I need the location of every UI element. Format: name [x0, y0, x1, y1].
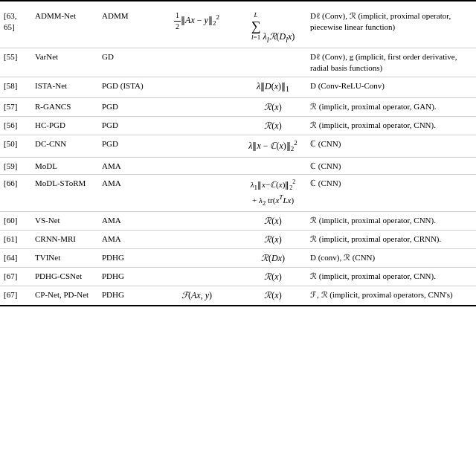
- cell-algo: PDHG: [98, 268, 154, 286]
- cell-f: [154, 249, 239, 268]
- cell-algo: PDHG: [98, 249, 154, 268]
- cell-ref: [50]: [0, 135, 31, 157]
- cell-ref: [58]: [0, 77, 31, 97]
- cell-f: [154, 77, 239, 97]
- cell-f: [154, 116, 239, 135]
- cell-learned: ℛ (implicit, proximal operator, GAN).: [306, 97, 476, 116]
- header-g: [239, 1, 306, 7]
- cell-name: PDHG-CSNet: [31, 268, 98, 286]
- cell-g: ℛ(x): [239, 230, 306, 248]
- cell-learned: D (conv), ℛ (CNN): [306, 249, 476, 268]
- cell-g: ℛ(x): [239, 286, 306, 306]
- cell-g: ℛ(Dx): [239, 249, 306, 268]
- table-row: [56]HC-PGDPGDℛ(x)ℛ (implicit, proximal o…: [0, 116, 476, 135]
- cell-name: VarNet: [31, 48, 98, 77]
- table-row: [50]DC-CNNPGDλ‖x − ℂ(x)‖22ℂ (CNN): [0, 135, 476, 157]
- cell-g: λ1‖x−ℂ(x)‖22 + λ2 tr(xTLx): [239, 175, 306, 211]
- cell-algo: AMA: [98, 175, 154, 211]
- cell-algo: PGD (ISTA): [98, 77, 154, 97]
- cell-ref: [57]: [0, 97, 31, 116]
- cell-name: HC-PGD: [31, 116, 98, 135]
- cell-g: ℛ(x): [239, 211, 306, 230]
- cell-algo: ADMM: [98, 7, 154, 48]
- header-name: [31, 1, 98, 7]
- cell-f: [154, 48, 239, 77]
- cell-name: TVINet: [31, 249, 98, 268]
- cell-g: λ‖D(x)‖1: [239, 77, 306, 97]
- cell-learned: ℛ (implicit, proximal operator, CNN).: [306, 116, 476, 135]
- cell-f: [154, 175, 239, 211]
- cell-learned: ℛ (implicit, proximal operator, CNN).: [306, 268, 476, 286]
- cell-learned: Dℓ (Conv), ℛ (implicit, proximal operato…: [306, 7, 476, 48]
- cell-ref: [67]: [0, 286, 31, 306]
- header-algorithm: [98, 1, 154, 7]
- header-f: [154, 1, 239, 7]
- cell-name: DC-CNN: [31, 135, 98, 157]
- cell-name: CRNN-MRI: [31, 230, 98, 248]
- cell-learned: ℂ (CNN): [306, 135, 476, 157]
- cell-algo: GD: [98, 48, 154, 77]
- cell-learned: ℛ (implicit, proximal operator, CNN).: [306, 211, 476, 230]
- table-row: [59]MoDLAMAℂ (CNN): [0, 157, 476, 175]
- cell-learned: ℂ (CNN): [306, 157, 476, 175]
- cell-ref: [60]: [0, 211, 31, 230]
- cell-ref: [63, 65]: [0, 7, 31, 48]
- cell-algo: AMA: [98, 230, 154, 248]
- cell-f: [154, 157, 239, 175]
- cell-f: [154, 211, 239, 230]
- cell-algo: PGD: [98, 116, 154, 135]
- cell-f: ℱ(Ax, y): [154, 286, 239, 306]
- cell-g: [239, 48, 306, 77]
- table-row: [55]VarNetGDDℓ (Conv), g (implicit, firs…: [0, 48, 476, 77]
- cell-algo: PGD: [98, 97, 154, 116]
- table-row: [63, 65]ADMM-NetADMM12‖Ax − y‖22 L ∑ l=1…: [0, 7, 476, 48]
- cell-name: ADMM-Net: [31, 7, 98, 48]
- cell-learned: ℂ (CNN): [306, 175, 476, 211]
- cell-f: [154, 97, 239, 116]
- cell-ref: [59]: [0, 157, 31, 175]
- cell-learned: D (Conv-ReLU-Conv): [306, 77, 476, 97]
- cell-algo: AMA: [98, 157, 154, 175]
- cell-algo: PDHG: [98, 286, 154, 306]
- cell-g: λ‖x − ℂ(x)‖22: [239, 135, 306, 157]
- cell-algo: AMA: [98, 211, 154, 230]
- table-row: [61]CRNN-MRIAMAℛ(x)ℛ (implicit, proximal…: [0, 230, 476, 248]
- table-row: [58]ISTA-NetPGD (ISTA)λ‖D(x)‖1D (Conv-Re…: [0, 77, 476, 97]
- cell-f: [154, 135, 239, 157]
- table-row: [67]PDHG-CSNetPDHGℛ(x)ℛ (implicit, proxi…: [0, 268, 476, 286]
- header-learned: [306, 1, 476, 7]
- cell-g: ℛ(x): [239, 116, 306, 135]
- cell-name: ISTA-Net: [31, 77, 98, 97]
- table-row: [64]TVINetPDHGℛ(Dx)D (conv), ℛ (CNN): [0, 249, 476, 268]
- cell-ref: [61]: [0, 230, 31, 248]
- cell-ref: [64]: [0, 249, 31, 268]
- cell-ref: [66]: [0, 175, 31, 211]
- header-ref: [0, 1, 31, 7]
- cell-f: 12‖Ax − y‖22: [154, 7, 239, 48]
- cell-ref: [56]: [0, 116, 31, 135]
- table-row: [60]VS-NetAMAℛ(x)ℛ (implicit, proximal o…: [0, 211, 476, 230]
- cell-g: L ∑ l=1 λlℛ(Dlx): [239, 7, 306, 48]
- cell-ref: [67]: [0, 268, 31, 286]
- cell-f: [154, 268, 239, 286]
- cell-g: ℛ(x): [239, 268, 306, 286]
- cell-f: [154, 230, 239, 248]
- cell-name: VS-Net: [31, 211, 98, 230]
- cell-algo: PGD: [98, 135, 154, 157]
- cell-name: MoDL-SToRM: [31, 175, 98, 211]
- cell-learned: ℱ, ℛ (implicit, proximal operators, CNN'…: [306, 286, 476, 306]
- cell-name: R-GANCS: [31, 97, 98, 116]
- cell-ref: [55]: [0, 48, 31, 77]
- cell-learned: Dℓ (Conv), g (implicit, first order deri…: [306, 48, 476, 77]
- table-row: [66]MoDL-SToRMAMA λ1‖x−ℂ(x)‖22 + λ2 tr(x…: [0, 175, 476, 211]
- cell-name: CP-Net, PD-Net: [31, 286, 98, 306]
- cell-g: ℛ(x): [239, 97, 306, 116]
- cell-learned: ℛ (implicit, proximal operator, CRNN).: [306, 230, 476, 248]
- cell-name: MoDL: [31, 157, 98, 175]
- table-row: [57]R-GANCSPGDℛ(x)ℛ (implicit, proximal …: [0, 97, 476, 116]
- table-row: [67]CP-Net, PD-NetPDHGℱ(Ax, y)ℛ(x)ℱ, ℛ (…: [0, 286, 476, 306]
- cell-g: [239, 157, 306, 175]
